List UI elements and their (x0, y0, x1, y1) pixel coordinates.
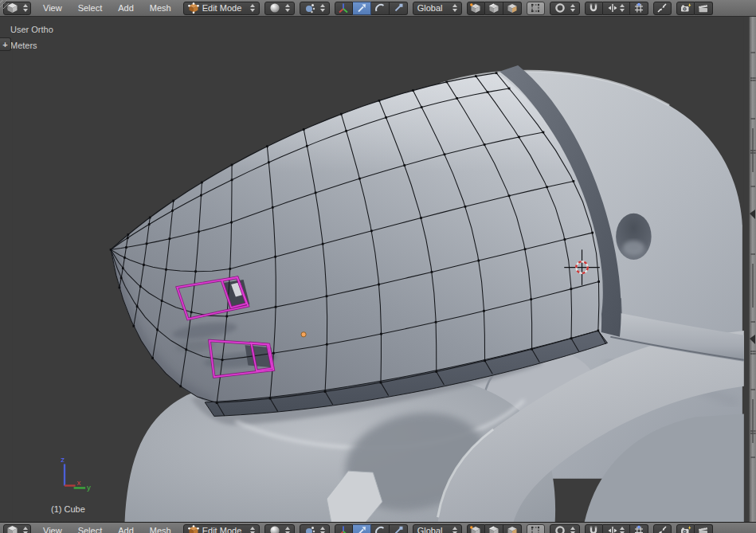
transform-orientation-dropdown[interactable]: Global (413, 2, 462, 15)
area-corner-widget[interactable] (0, 0, 9, 9)
automerge-button[interactable] (653, 2, 672, 15)
proportional-editing-icon (554, 2, 566, 14)
snap-target-button[interactable] (630, 2, 648, 15)
shading-arrows-icon (285, 527, 290, 533)
mode-dropdown-label: Edit Mode (202, 3, 245, 13)
render-animation-clapper-icon (697, 525, 709, 533)
edge-strip-tool-icon (750, 210, 755, 219)
snap-element-arrows-icon (620, 527, 625, 533)
editor-type-arrows-icon (23, 4, 28, 12)
select-mode-buttons (467, 2, 522, 15)
orientation-label: Global (417, 526, 448, 533)
vertex-select-button[interactable] (467, 2, 485, 15)
pivot-point-icon (304, 525, 315, 533)
edge-select-cube-icon (488, 2, 499, 14)
translate-arrow-icon (356, 2, 367, 14)
orientation-arrows-icon (452, 527, 457, 533)
rotate-arc-icon (374, 525, 386, 533)
proportional-editing-dropdown[interactable] (550, 2, 580, 15)
mode-dropdown[interactable]: Edit Mode (183, 524, 260, 533)
opengl-render-animation-button[interactable] (695, 524, 713, 533)
viewport-canvas[interactable]: z x y (0, 17, 756, 523)
snap-element-dropdown[interactable] (603, 524, 630, 533)
opengl-render-button[interactable] (676, 524, 695, 533)
vertex-select-button[interactable] (467, 524, 485, 533)
shading-arrows-icon (285, 4, 290, 12)
edge-select-button[interactable] (485, 524, 503, 533)
limit-selection-to-visible-button[interactable] (527, 2, 545, 15)
shading-solid-sphere-icon (269, 525, 280, 533)
manipulator-rotate-button[interactable] (371, 2, 390, 15)
mode-dropdown[interactable]: Edit Mode (183, 2, 260, 15)
limit-selection-to-visible-button[interactable] (527, 524, 545, 533)
menu-mesh[interactable]: Mesh (143, 2, 178, 14)
manipulator-translate-button[interactable] (353, 524, 371, 533)
snap-element-dropdown[interactable] (603, 2, 630, 15)
edge-strip-marks (750, 17, 756, 523)
occlude-geometry-icon (530, 2, 541, 14)
menu-view[interactable]: View (36, 524, 69, 533)
translate-arrow-icon (356, 525, 367, 533)
transform-orientation-dropdown[interactable]: Global (413, 524, 462, 533)
snap-magnet-icon (588, 525, 599, 533)
pivot-point-dropdown[interactable] (300, 2, 330, 15)
opengl-render-button[interactable] (676, 2, 695, 15)
snap-toggle-button[interactable] (585, 2, 603, 15)
vertex-select-cube-icon (470, 525, 481, 533)
automerge-button[interactable] (653, 524, 672, 533)
editor-type-selector[interactable] (3, 524, 31, 533)
menu-mesh[interactable]: Mesh (143, 524, 178, 533)
snap-element-arrows-icon (620, 4, 625, 12)
header-menus: View Select Add Mesh (36, 2, 178, 14)
opengl-render-buttons (676, 524, 713, 533)
active-object-label: (1) Cube (51, 504, 85, 514)
face-select-button[interactable] (503, 2, 522, 15)
opengl-render-animation-button[interactable] (695, 2, 713, 15)
viewport-shading-dropdown[interactable] (264, 524, 295, 533)
axis-y-label: y (87, 483, 91, 492)
occlude-geometry-icon (530, 525, 541, 533)
pivot-point-icon (304, 2, 315, 14)
toolshelf-expand-button[interactable]: + (0, 37, 11, 51)
face-select-cube-icon (507, 2, 518, 14)
edge-select-button[interactable] (485, 2, 503, 15)
manipulator-buttons (335, 524, 408, 533)
manipulator-scale-button[interactable] (390, 524, 408, 533)
menu-add[interactable]: Add (111, 2, 141, 14)
viewport-shading-dropdown[interactable] (264, 2, 295, 15)
header-menus: View Select Add Mesh (36, 524, 178, 533)
face-select-cube-icon (507, 525, 518, 533)
viewport-header-bottom: View Select Add Mesh Edit Mode (0, 523, 756, 533)
menu-select[interactable]: Select (71, 2, 110, 14)
manipulator-scale-button[interactable] (390, 2, 408, 15)
editor-type-arrows-icon (23, 527, 28, 533)
edit-mode-icon (188, 2, 199, 14)
scale-arrow-icon (393, 525, 404, 533)
manipulator-translate-button[interactable] (353, 2, 371, 15)
editor-type-cube-icon (6, 525, 18, 533)
units-label: Meters (10, 41, 37, 50)
manipulator-axes-button[interactable] (335, 524, 353, 533)
edge-strip-cursor-icon (750, 335, 755, 344)
snap-target-button[interactable] (630, 524, 648, 533)
orientation-arrows-icon (452, 4, 457, 12)
manipulator-rotate-button[interactable] (371, 524, 390, 533)
manipulator-axes-button[interactable] (335, 2, 353, 15)
menu-add[interactable]: Add (111, 524, 141, 533)
proportional-editing-dropdown[interactable] (550, 524, 580, 533)
menu-select[interactable]: Select (71, 524, 110, 533)
automerge-arrows-icon (656, 525, 668, 533)
pivot-arrows-icon (320, 527, 325, 533)
snap-controls (585, 2, 648, 15)
window-edge-strip[interactable] (749, 17, 756, 523)
render-animation-clapper-icon (697, 2, 709, 14)
orientation-label: Global (417, 3, 448, 13)
pivot-point-dropdown[interactable] (300, 524, 330, 533)
snap-toggle-button[interactable] (585, 524, 603, 533)
mode-dropdown-arrows-icon (250, 4, 255, 12)
snap-increment-icon (607, 525, 618, 533)
automerge-arrows-icon (656, 2, 668, 14)
menu-view[interactable]: View (36, 2, 69, 14)
face-select-button[interactable] (503, 524, 522, 533)
manipulator-buttons (335, 2, 408, 15)
